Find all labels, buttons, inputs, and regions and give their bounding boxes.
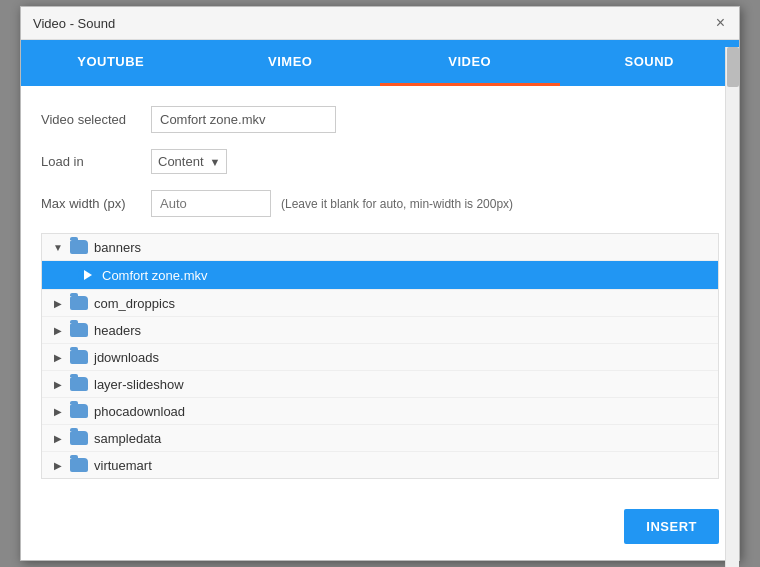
max-width-label: Max width (px) [41,196,151,211]
title-bar: Video - Sound × [21,7,739,40]
tree-row[interactable]: ▶ virtuemart [42,452,718,478]
tab-video[interactable]: VIDEO [380,40,560,86]
folder-icon [70,323,88,337]
folder-icon [70,458,88,472]
load-in-select[interactable]: Content ▼ [151,149,227,174]
tree-item-label: virtuemart [94,458,152,473]
folder-icon [70,377,88,391]
dropdown-arrow-icon: ▼ [210,156,221,168]
video-selected-label: Video selected [41,112,151,127]
dialog: Video - Sound × YOUTUBE VIMEO VIDEO SOUN… [20,6,740,561]
video-selected-value: Comfort zone.mkv [151,106,336,133]
tree-item-label: sampledata [94,431,161,446]
scrollbar-thumb[interactable] [727,47,739,87]
tree-row[interactable]: ▶ jdownloads [42,344,718,371]
dialog-title: Video - Sound [33,16,115,31]
chevron-right-icon: ▶ [50,457,66,473]
tabs-bar: YOUTUBE VIMEO VIDEO SOUND [21,40,739,86]
tree-row[interactable]: ▶ com_droppics [42,290,718,317]
max-width-input[interactable] [151,190,271,217]
scrollbar-track[interactable]: ▲ ▼ [725,47,739,567]
tree-item-label: banners [94,240,141,255]
load-in-value: Content [158,154,204,169]
close-button[interactable]: × [714,15,727,31]
tree-row[interactable]: ▼ banners [42,234,718,261]
folder-icon [70,350,88,364]
chevron-right-icon: ▶ [50,430,66,446]
folder-icon [70,240,88,254]
load-in-label: Load in [41,154,151,169]
tab-youtube[interactable]: YOUTUBE [21,40,201,86]
video-selected-row: Video selected Comfort zone.mkv [41,106,719,133]
chevron-down-icon: ▼ [50,239,66,255]
chevron-right-icon: ▶ [50,403,66,419]
folder-icon [70,296,88,310]
folder-icon [70,431,88,445]
tree-row[interactable]: ▶ headers [42,317,718,344]
insert-button[interactable]: INSERT [624,509,719,544]
content-area: Video selected Comfort zone.mkv Load in … [21,86,739,499]
max-width-hint: (Leave it blank for auto, min-width is 2… [281,197,513,211]
max-width-row: Max width (px) (Leave it blank for auto,… [41,190,719,217]
chevron-right-icon: ▶ [50,349,66,365]
tree-item-label: headers [94,323,141,338]
tree-row[interactable]: ▶ layer-slideshow [42,371,718,398]
tree-item-label: Comfort zone.mkv [102,268,207,283]
tree-row[interactable]: ▶ phocadownload [42,398,718,425]
chevron-right-icon: ▶ [50,295,66,311]
tree-row[interactable]: ▶ sampledata [42,425,718,452]
tab-sound[interactable]: SOUND [560,40,740,86]
play-icon [78,266,96,284]
tree-item-label: layer-slideshow [94,377,184,392]
chevron-right-icon: ▶ [50,322,66,338]
tree-item-label: phocadownload [94,404,185,419]
tree-row[interactable]: Comfort zone.mkv [42,261,718,290]
footer: INSERT [21,499,739,560]
chevron-right-icon: ▶ [50,376,66,392]
folder-icon [70,404,88,418]
tree-item-label: jdownloads [94,350,159,365]
tree-item-label: com_droppics [94,296,175,311]
load-in-row: Load in Content ▼ [41,149,719,174]
file-tree: ▼ banners Comfort zone.mkv ▶ com_droppic… [41,233,719,479]
tab-vimeo[interactable]: VIMEO [201,40,381,86]
